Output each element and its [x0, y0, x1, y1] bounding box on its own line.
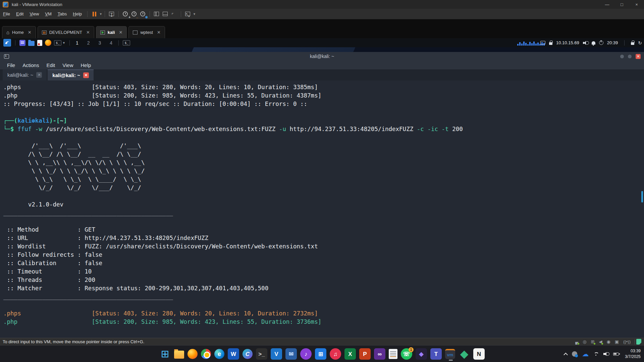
taskbar-icon-chrome[interactable]: [201, 349, 211, 359]
message-log-icon[interactable]: [636, 339, 641, 345]
terminal-menu-file[interactable]: File: [3, 62, 19, 69]
scrollbar-thumb[interactable]: [641, 191, 643, 202]
taskbar-icon-notion[interactable]: N: [473, 348, 485, 360]
taskbar-icon-edge[interactable]: e: [214, 349, 224, 359]
taskbar-icon-vmware-workstation[interactable]: vm: [445, 349, 455, 359]
taskbar-icon-start[interactable]: ⊞: [159, 348, 171, 360]
show-library-button[interactable]: [152, 10, 161, 18]
terminal-content[interactable]: .phps [Status: 403, Size: 280, Words: 20…: [0, 80, 644, 338]
tray-overflow-chevron-icon[interactable]: [564, 353, 568, 357]
onedrive-icon[interactable]: ☁: [582, 351, 589, 357]
taskbar-icon-itunes[interactable]: ♫: [330, 348, 341, 360]
sound-icon[interactable]: ◀: [599, 340, 602, 344]
display-icon[interactable]: [540, 41, 545, 45]
take-snapshot-button[interactable]: [121, 10, 130, 18]
power-pause-button[interactable]: [90, 10, 99, 18]
terminal-menu-actions[interactable]: Actions: [19, 62, 43, 69]
notifications-icon[interactable]: [592, 41, 595, 45]
close-tab-icon[interactable]: ✕: [157, 30, 161, 35]
taskbar-icon-file-explorer[interactable]: [174, 351, 184, 359]
vm-tab-wptest[interactable]: wptest✕: [128, 26, 165, 38]
close-tab-icon[interactable]: ✕: [28, 30, 32, 35]
volume-icon[interactable]: [583, 41, 588, 45]
vmware-menu-vm[interactable]: VM: [42, 10, 55, 18]
launcher-terminal[interactable]: $_ ▼: [53, 39, 67, 47]
fullscreen-button[interactable]: [170, 10, 178, 18]
vmware-menu-file[interactable]: File: [0, 10, 13, 18]
fit-guest-caret[interactable]: ▼: [193, 12, 196, 16]
close-tab-icon[interactable]: ✕: [83, 72, 89, 78]
vpn-lock-icon[interactable]: [549, 42, 552, 45]
minimize-button[interactable]: —: [600, 0, 614, 9]
taskbar-icon-microsoft-store[interactable]: ⊞: [315, 348, 326, 360]
vmware-menu-edit[interactable]: Edit: [13, 10, 26, 18]
revert-snapshot-button[interactable]: [130, 10, 139, 18]
show-thumbnail-bar-button[interactable]: [161, 10, 170, 18]
taskbar-icon-excel[interactable]: X: [344, 348, 356, 360]
taskbar-icon-webex[interactable]: ◆: [459, 348, 470, 360]
taskbar-icon-powerpoint[interactable]: P: [359, 348, 371, 360]
hard-disk-icon[interactable]: ▄: [575, 340, 578, 344]
vmware-menu-tabs[interactable]: Tabs: [55, 10, 70, 18]
launcher-appfinder[interactable]: [18, 39, 27, 47]
wifi-icon[interactable]: [593, 352, 599, 356]
terminal-titlebar[interactable]: k kali@kali: ~ ✕: [0, 52, 644, 61]
printer-icon[interactable]: ▣: [615, 340, 619, 344]
taskbar-icon-firefox[interactable]: [187, 349, 198, 359]
workspace-4[interactable]: 4: [110, 40, 112, 46]
terminal-menu-view[interactable]: View: [59, 62, 77, 69]
close-tab-icon[interactable]: ✕: [36, 72, 42, 78]
taskbar-icon-teams[interactable]: T: [430, 348, 442, 360]
taskbar-clock[interactable]: 03:39 3/7/2025: [625, 348, 641, 360]
battery-icon[interactable]: [613, 353, 619, 356]
lock-screen-icon[interactable]: [631, 42, 634, 45]
usb-icon[interactable]: ◉: [606, 340, 610, 344]
terminal-menu-edit[interactable]: Edit: [43, 62, 59, 69]
launcher-firefox[interactable]: [44, 39, 53, 47]
taskbar-icon-mail[interactable]: ✉: [285, 348, 297, 360]
signal-icon[interactable]: ((•)): [623, 340, 631, 344]
vmware-menu-help[interactable]: Help: [70, 10, 85, 18]
taskbar-icon-whatsapp[interactable]: ☏1: [401, 348, 412, 360]
logout-icon[interactable]: ↻: [638, 41, 642, 45]
send-ctrl-alt-del-button[interactable]: ↧: [107, 10, 116, 18]
minimize-button[interactable]: [620, 55, 624, 58]
taskbar-icon-terminal-app[interactable]: >_: [256, 348, 267, 360]
vmware-menu-view[interactable]: View: [26, 10, 42, 18]
workspace-3[interactable]: 3: [99, 40, 101, 46]
window-button-terminal[interactable]: $_: [121, 39, 131, 47]
terminal-tab-0[interactable]: kali@kali: ~✕: [3, 69, 47, 80]
terminal-menu-help[interactable]: Help: [77, 62, 95, 69]
panel-clock[interactable]: 20:39: [607, 40, 618, 45]
cd-rom-icon[interactable]: ◎: [583, 340, 586, 344]
network-adapter-icon[interactable]: ⊞: [591, 340, 595, 344]
manage-snapshots-button[interactable]: [139, 10, 147, 18]
launcher-text-editor[interactable]: [36, 39, 44, 47]
taskbar-icon-music[interactable]: ♪: [300, 348, 312, 360]
terminal-tab-1[interactable]: kali@kali: ~✕: [48, 69, 94, 80]
taskbar-icon-vscode[interactable]: V: [271, 348, 282, 360]
taskbar-icon-word[interactable]: W: [228, 348, 239, 360]
launcher-file-manager[interactable]: [27, 39, 36, 47]
power-dropdown-caret[interactable]: ▼: [99, 12, 102, 16]
taskbar-icon-obsidian[interactable]: ◆: [416, 348, 427, 360]
kali-menu-button[interactable]: [2, 39, 12, 47]
taskbar-icon-notepad[interactable]: [389, 349, 397, 359]
close-tab-icon[interactable]: ✕: [86, 30, 90, 35]
fit-guest-button[interactable]: ⤡: [183, 10, 192, 18]
workspace-2[interactable]: 2: [87, 40, 90, 46]
volume-icon[interactable]: [603, 352, 608, 356]
close-button[interactable]: ×: [629, 0, 644, 9]
maximize-button[interactable]: [628, 55, 632, 58]
vm-tab-kali[interactable]: kali✕: [96, 26, 127, 38]
taskbar-icon-visual-studio[interactable]: ∞: [374, 348, 385, 360]
close-icon[interactable]: ✕: [636, 54, 641, 59]
maximize-button[interactable]: □: [614, 0, 629, 9]
power-manager-icon[interactable]: [599, 41, 603, 45]
taskbar-icon-canva[interactable]: C: [243, 349, 253, 359]
close-tab-icon[interactable]: ✕: [119, 30, 123, 35]
workspace-1[interactable]: 1: [76, 40, 78, 46]
ip-address[interactable]: 10.10.15.69: [556, 40, 579, 45]
vmware-tray-icon[interactable]: [572, 351, 577, 357]
vm-tab-development[interactable]: DEVELOPMENT✕: [38, 26, 94, 38]
